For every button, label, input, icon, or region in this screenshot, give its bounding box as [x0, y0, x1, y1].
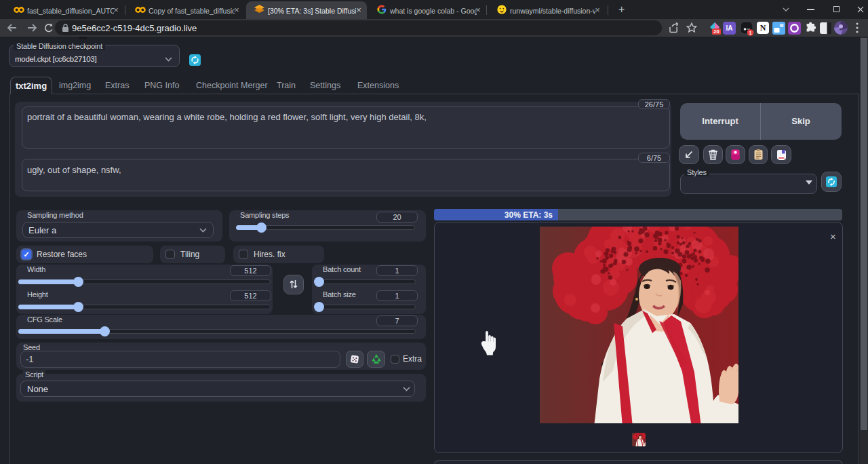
svg-text:1: 1: [749, 31, 752, 35]
svg-text:20: 20: [713, 28, 719, 35]
